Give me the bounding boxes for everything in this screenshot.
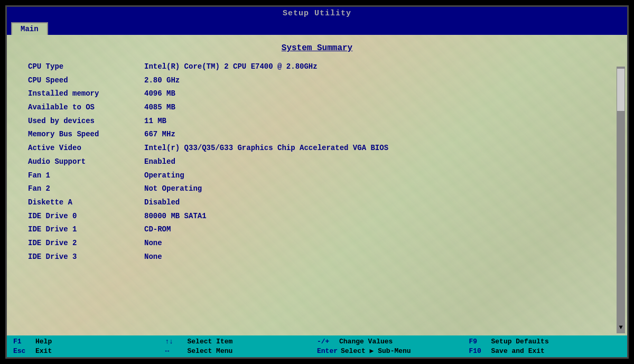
table-row: IDE Drive 1CD-ROM [28,224,606,236]
footer-row-2: Esc Exit ↔ Select Menu Enter Select ▶ Su… [13,347,621,355]
row-label: Installed memory [28,88,144,100]
scrollbar-thumb[interactable] [617,69,624,111]
row-label: Diskette A [28,197,144,209]
footer-desc-f1: Help [35,338,165,346]
content-area: System Summary CPU TypeIntel(R) Core(TM)… [7,35,627,335]
row-value: None [144,238,162,249]
row-label: CPU Type [28,61,144,73]
table-row: Installed memory4096 MB [28,88,606,100]
bios-screen: Setup Utility Main System Summary CPU Ty… [5,5,629,359]
table-row: Fan 2Not Operating [28,183,606,195]
main-area: Setup Utility Main System Summary CPU Ty… [7,7,627,357]
row-value: None [144,251,162,263]
row-label: Used by devices [28,116,144,127]
footer-desc-enter: Select ▶ Sub-Menu [341,347,469,355]
table-row: IDE Drive 3None [28,251,606,263]
footer-key-f10: F10 [469,347,488,355]
table-row: IDE Drive 080000 MB SATA1 [28,211,606,222]
row-value: 4085 MB [144,102,175,114]
row-label: IDE Drive 3 [28,251,144,263]
footer-plusminus: -/+ Change Values [317,338,469,346]
row-value: 11 MB [144,116,166,127]
row-value: 80000 MB SATA1 [144,211,207,222]
tab-main[interactable]: Main [11,22,48,35]
footer-key-plusminus: -/+ [317,338,336,346]
footer-desc-f9: Setup Defaults [491,338,621,346]
footer-key-leftright: ↔ [165,347,184,355]
row-value: Not Operating [144,183,202,195]
table-row: CPU Speed2.80 GHz [28,75,606,87]
info-table: CPU TypeIntel(R) Core(TM) 2 CPU E7400 @ … [7,59,627,335]
row-label: IDE Drive 2 [28,238,144,249]
table-row: Audio SupportEnabled [28,156,606,168]
row-value: 667 MHz [144,129,175,141]
footer-f1: F1 Help [13,338,165,346]
row-value: Enabled [144,156,175,168]
footer-desc-updown: Select Item [188,338,318,346]
scrollbar[interactable]: ▼ [617,67,625,333]
table-row: Memory Bus Speed667 MHz [28,129,606,141]
footer-f9: F9 Setup Defaults [469,338,621,346]
footer-desc-esc: Exit [35,347,165,355]
footer-updown: ↑↓ Select Item [165,338,318,346]
footer-row-1: F1 Help ↑↓ Select Item -/+ Change Values… [13,338,621,346]
footer-key-updown: ↑↓ [165,338,184,346]
row-value: 4096 MB [144,88,175,100]
footer-key-f1: F1 [13,338,32,346]
row-value: Operating [144,170,184,182]
footer-leftright: ↔ Select Menu [165,347,318,355]
tab-bar: Main [7,20,627,35]
footer-enter: Enter Select ▶ Sub-Menu [317,347,469,355]
footer: F1 Help ↑↓ Select Item -/+ Change Values… [7,335,627,357]
row-label: CPU Speed [28,75,144,87]
table-row: Active VideoIntel(r) Q33/Q35/G33 Graphic… [28,143,606,154]
row-label: Fan 2 [28,183,144,195]
row-label: Memory Bus Speed [28,129,144,141]
scrollbar-arrow-down[interactable]: ▼ [619,324,622,331]
table-row: CPU TypeIntel(R) Core(TM) 2 CPU E7400 @ … [28,61,606,73]
row-label: Fan 1 [28,170,144,182]
row-label: IDE Drive 1 [28,224,144,236]
footer-desc-f10: Save and Exit [491,347,621,355]
row-label: Active Video [28,143,144,154]
footer-key-f9: F9 [469,338,488,346]
footer-f10: F10 Save and Exit [469,347,621,355]
row-value: 2.80 GHz [144,75,180,87]
row-label: IDE Drive 0 [28,211,144,222]
footer-esc: Esc Exit [13,347,165,355]
table-row: IDE Drive 2None [28,238,606,249]
footer-key-enter: Enter [317,347,338,355]
table-row: Available to OS4085 MB [28,102,606,114]
row-label: Audio Support [28,156,144,168]
row-value: Intel(r) Q33/Q35/G33 Graphics Chip Accel… [144,143,388,154]
title-bar: Setup Utility [7,7,627,20]
row-value: Disabled [144,197,180,209]
footer-key-esc: Esc [13,347,32,355]
table-row: Fan 1Operating [28,170,606,182]
window-title: Setup Utility [283,9,351,18]
section-title: System Summary [7,35,627,59]
footer-desc-plusminus: Change Values [339,338,469,346]
row-value: Intel(R) Core(TM) 2 CPU E7400 @ 2.80GHz [144,61,318,73]
table-row: Used by devices11 MB [28,116,606,127]
table-row: Diskette ADisabled [28,197,606,209]
row-label: Available to OS [28,102,144,114]
footer-desc-leftright: Select Menu [188,347,318,355]
row-value: CD-ROM [144,224,171,236]
